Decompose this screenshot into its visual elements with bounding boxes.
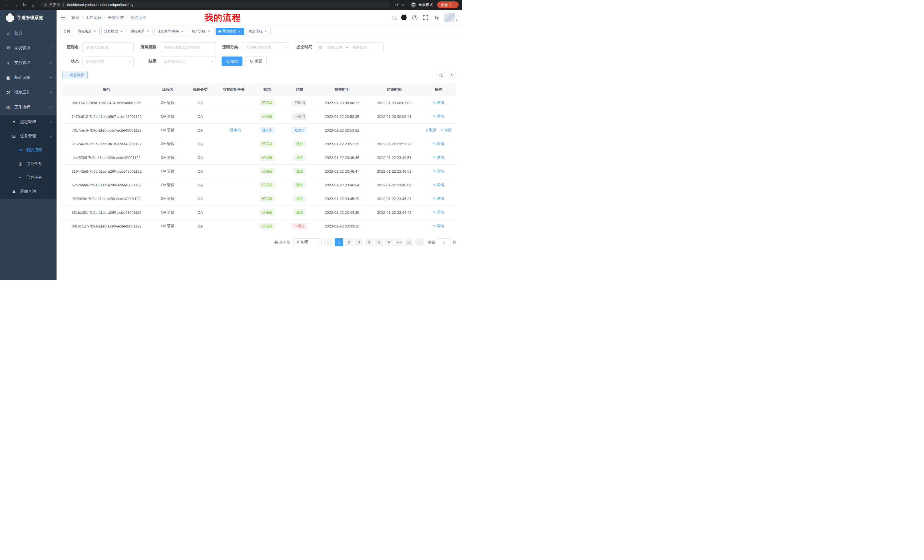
detail-link[interactable]: ✎详情 — [433, 210, 444, 215]
column-header[interactable]: 结果 — [283, 83, 316, 96]
detail-link[interactable]: ✎详情 — [433, 223, 444, 229]
breadcrumb-item[interactable]: 我的流程 — [130, 15, 146, 20]
sidebar-item-done-tasks[interactable]: ✂ 已办任务 — [0, 171, 57, 184]
hamburger-menu-icon[interactable] — [61, 16, 67, 19]
bookmark-star-icon[interactable]: ☆ — [401, 3, 405, 7]
sidebar-item-payment-mgmt[interactable]: ¥ 支付管理 ∨ — [0, 55, 57, 70]
sidebar-item-dev-tools[interactable]: ⚒ 研发工具 ∨ — [0, 85, 57, 100]
sidebar-item-system-mgmt[interactable]: ⚙ 系统管理 ∨ — [0, 40, 57, 55]
home-icon: ⌂ — [6, 31, 11, 36]
result-select-input[interactable] — [160, 57, 216, 66]
fullscreen-icon[interactable] — [423, 15, 428, 20]
toggle-search-button[interactable] — [436, 71, 445, 79]
sidebar-item-task-mgmt[interactable]: ⊞ 任务管理 ∧ — [0, 129, 57, 143]
tab[interactable]: 流程表单-编辑 × — [154, 28, 188, 35]
category-select-input[interactable] — [242, 42, 290, 52]
breadcrumb-item[interactable]: 任务管理 — [108, 15, 130, 20]
font-size-icon[interactable]: TT — [434, 15, 439, 20]
result-select[interactable]: ∨ — [160, 57, 216, 66]
breadcrumb-item[interactable]: 首页 — [71, 15, 86, 20]
status-select-input[interactable] — [82, 57, 134, 66]
avatar[interactable] — [444, 13, 455, 22]
submit-time-range[interactable]: ▦ - — [316, 42, 384, 52]
category-select[interactable]: ∨ — [242, 42, 290, 52]
github-icon[interactable] — [401, 15, 406, 20]
close-icon[interactable]: × — [119, 29, 123, 33]
detail-link[interactable]: ✎详情 — [433, 100, 444, 105]
browser-back-button[interactable]: ← — [3, 1, 11, 9]
tab[interactable]: 流程模型 × — [101, 28, 126, 35]
column-header[interactable]: 操作 — [421, 83, 456, 96]
page-button[interactable]: 5 — [375, 238, 383, 246]
page-button[interactable]: 4 — [364, 238, 373, 246]
close-icon[interactable]: × — [207, 29, 211, 33]
tab[interactable]: 我的流程 × — [216, 28, 244, 35]
search-button[interactable]: 搜索 — [222, 57, 242, 66]
sidebar-item-my-process[interactable]: ✉ 我的流程 — [0, 143, 57, 157]
sidebar-item-home[interactable]: ⌂ 首页 ∨ — [0, 26, 57, 40]
detail-link[interactable]: ✎详情 — [433, 141, 444, 147]
tab[interactable]: 流程表单 × — [128, 28, 153, 35]
create-process-button[interactable]: + 发起流程 — [62, 71, 88, 79]
close-icon[interactable]: × — [264, 29, 268, 33]
update-button[interactable]: 更新 ⋮ — [437, 1, 459, 8]
warning-icon: ⚠ — [44, 3, 47, 7]
start-date-input[interactable] — [324, 45, 345, 49]
sidebar-item-leave-query[interactable]: ♟ 请假查询 — [0, 184, 57, 199]
column-header[interactable]: 当前审批任务 — [216, 83, 251, 96]
address-bar[interactable]: ⚠ 不安全 dashboard.yudao.iocoder.cn/bpm/tas… — [40, 1, 390, 8]
tab[interactable]: 用户分组 × — [189, 28, 214, 35]
end-date-input[interactable] — [350, 45, 370, 49]
status-select[interactable]: ∨ — [82, 57, 134, 66]
close-icon[interactable]: × — [180, 29, 184, 33]
close-icon[interactable]: × — [146, 29, 150, 33]
detail-link[interactable]: ✎详情 — [433, 183, 444, 187]
page-button[interactable]: 1 — [334, 238, 343, 246]
column-header[interactable]: 流程分类 — [184, 83, 216, 96]
column-header[interactable]: 流程名 — [151, 83, 184, 96]
page-button[interactable]: 3 — [355, 238, 363, 246]
page-size-select[interactable]: 10条/页 ∨ — [294, 238, 321, 246]
browser-refresh-button[interactable]: ↻ — [21, 1, 28, 9]
breadcrumb-item[interactable]: 工作流程 — [86, 15, 108, 20]
sidebar-item-todo-tasks[interactable]: ◎ 待办任务 — [0, 157, 57, 171]
close-icon[interactable]: × — [93, 29, 97, 33]
browser-menu-icon[interactable]: ⋮ — [453, 3, 457, 7]
help-icon[interactable] — [412, 15, 417, 20]
column-header[interactable]: 状态 — [251, 83, 283, 96]
search-icon[interactable] — [392, 16, 396, 19]
page-button[interactable]: ••• — [394, 238, 403, 246]
tab[interactable]: 流程定义 × — [75, 28, 100, 35]
column-header[interactable]: 结束时间 — [368, 83, 421, 96]
close-icon[interactable]: × — [237, 29, 241, 33]
sidebar-item-infrastructure[interactable]: ▣ 基础设施 ∨ — [0, 70, 57, 85]
page-button[interactable]: 6 — [385, 238, 393, 246]
browser-home-button[interactable]: ⌂ — [29, 1, 36, 9]
prev-page-button[interactable]: ‹ — [324, 238, 332, 246]
sidebar-item-process-mgmt[interactable]: ≡ 流程管理 ∨ — [0, 115, 57, 129]
refresh-table-button[interactable]: ↻ — [448, 71, 456, 79]
current-task-link[interactable]: 一级审批 — [226, 128, 241, 132]
detail-link[interactable]: ✎详情 — [441, 127, 452, 133]
key-icon[interactable] — [395, 3, 398, 6]
column-header[interactable]: 编号 — [62, 83, 151, 96]
cell-current-task — [216, 96, 251, 109]
detail-link[interactable]: ✎详情 — [433, 196, 444, 201]
page-button[interactable]: 2 — [345, 238, 353, 246]
column-header[interactable]: 提交时间 — [316, 83, 368, 96]
detail-link[interactable]: ✎详情 — [433, 169, 444, 174]
cancel-link[interactable]: ⊘取消 — [426, 127, 436, 133]
process-def-input[interactable] — [160, 42, 216, 52]
reset-button[interactable]: ↻ 重置 — [245, 57, 267, 66]
page-button[interactable]: 11 — [405, 238, 413, 246]
process-name-input[interactable] — [82, 42, 134, 52]
tab[interactable]: 首页 × — [60, 28, 73, 35]
detail-link[interactable]: ✎详情 — [433, 114, 444, 119]
next-page-button[interactable]: › — [416, 238, 424, 246]
sidebar-item-workflow[interactable]: ▥ 工作流程 ∧ — [0, 100, 57, 115]
tab[interactable]: 发起流程 × — [246, 28, 271, 35]
user-menu[interactable]: ▾ — [444, 13, 458, 22]
detail-link[interactable]: ✎详情 — [433, 155, 444, 160]
goto-page-input[interactable] — [438, 238, 450, 246]
browser-forward-button[interactable]: → — [12, 1, 20, 9]
